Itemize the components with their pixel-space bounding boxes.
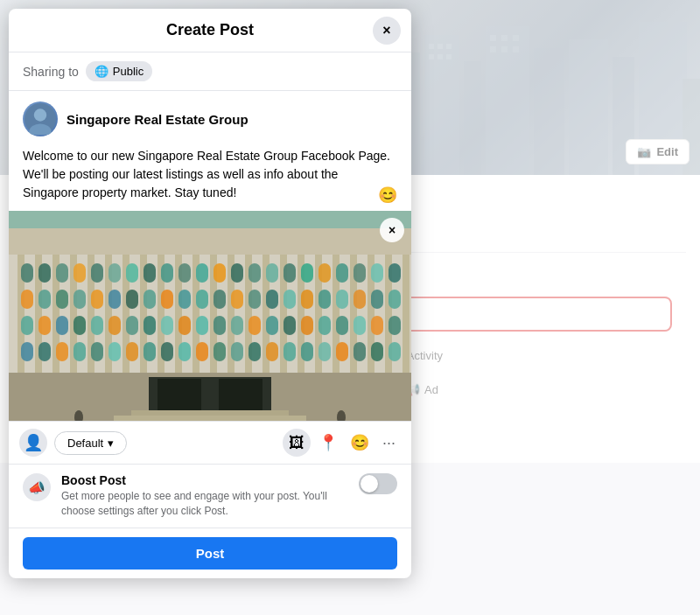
svg-rect-120 — [56, 342, 68, 361]
svg-rect-127 — [178, 342, 191, 361]
photo-video-button[interactable]: 🖼 — [283, 429, 311, 457]
modal-close-button[interactable]: × — [373, 17, 401, 45]
svg-rect-132 — [266, 342, 278, 361]
boost-description: Get more people to see and engage with y… — [61, 489, 348, 519]
svg-rect-61 — [178, 263, 191, 283]
svg-rect-69 — [318, 263, 331, 283]
boost-icon: 📣 — [23, 473, 51, 501]
svg-rect-72 — [371, 263, 383, 283]
svg-rect-113 — [318, 316, 331, 335]
svg-rect-100 — [91, 316, 103, 335]
svg-rect-145 — [114, 416, 306, 421]
svg-rect-79 — [108, 290, 121, 309]
svg-rect-75 — [38, 290, 51, 309]
post-text-area: Welcome to our new Singapore Real Estate… — [9, 140, 411, 211]
svg-rect-130 — [231, 342, 243, 361]
svg-rect-55 — [74, 263, 86, 283]
boost-title: Boost Post — [61, 473, 348, 487]
svg-rect-83 — [178, 290, 191, 309]
svg-rect-103 — [144, 316, 156, 335]
image-close-icon: × — [388, 223, 396, 237]
sharing-badge[interactable]: 🌐 Public — [86, 61, 152, 81]
location-icon: 📍 — [318, 433, 338, 452]
svg-rect-67 — [284, 263, 296, 283]
image-close-button[interactable]: × — [380, 218, 404, 242]
svg-rect-129 — [214, 342, 226, 361]
svg-rect-109 — [248, 316, 261, 335]
svg-rect-101 — [108, 316, 121, 335]
svg-rect-59 — [144, 263, 156, 283]
location-button[interactable]: 📍 — [314, 429, 342, 457]
svg-rect-115 — [354, 316, 366, 335]
image-container: × — [9, 211, 411, 421]
svg-rect-104 — [161, 316, 173, 335]
close-icon: × — [382, 23, 390, 38]
svg-rect-70 — [336, 263, 348, 283]
svg-rect-73 — [388, 263, 401, 283]
svg-rect-71 — [354, 263, 366, 283]
building-svg — [9, 211, 411, 421]
svg-rect-135 — [318, 342, 331, 361]
emoji-button[interactable]: 😊 — [378, 184, 397, 207]
sharing-badge-label: Public — [113, 65, 144, 78]
svg-rect-125 — [144, 342, 156, 361]
boost-section: 📣 Boost Post Get more people to see and … — [9, 464, 411, 528]
svg-rect-60 — [161, 263, 173, 283]
user-row: Singapore Real Estate Group — [9, 91, 411, 140]
audience-dropdown[interactable]: Default ▾ — [54, 431, 127, 455]
svg-rect-84 — [196, 290, 208, 309]
globe-icon: 🌐 — [94, 65, 108, 78]
post-button[interactable]: Post — [23, 537, 397, 570]
svg-rect-64 — [231, 263, 243, 283]
svg-rect-133 — [284, 342, 296, 361]
more-options-button[interactable]: ··· — [377, 430, 401, 456]
svg-rect-126 — [161, 342, 173, 361]
toolbar-icons-group: 🖼 📍 😊 ··· — [283, 429, 401, 457]
svg-rect-82 — [161, 290, 173, 309]
boost-toggle[interactable] — [359, 473, 397, 494]
svg-rect-114 — [336, 316, 348, 335]
svg-rect-107 — [214, 316, 226, 335]
svg-rect-98 — [56, 316, 68, 335]
svg-rect-54 — [56, 263, 68, 283]
svg-rect-91 — [318, 290, 331, 309]
svg-rect-92 — [336, 290, 348, 309]
svg-rect-66 — [266, 263, 278, 283]
svg-rect-136 — [336, 342, 348, 361]
svg-rect-128 — [196, 342, 208, 361]
svg-rect-78 — [91, 290, 103, 309]
chevron-down-icon: ▾ — [108, 437, 114, 450]
svg-rect-94 — [371, 290, 383, 309]
svg-rect-65 — [248, 263, 261, 283]
svg-rect-95 — [388, 290, 401, 309]
svg-rect-88 — [266, 290, 278, 309]
svg-rect-97 — [38, 316, 51, 335]
svg-rect-111 — [284, 316, 296, 335]
svg-rect-119 — [38, 342, 51, 361]
svg-rect-93 — [354, 290, 366, 309]
modal-footer: Post — [9, 528, 411, 578]
svg-rect-122 — [91, 342, 103, 361]
svg-rect-86 — [231, 290, 243, 309]
svg-rect-116 — [371, 316, 383, 335]
modal-toolbar: 👤 Default ▾ 🖼 📍 😊 ··· — [9, 421, 411, 464]
svg-rect-76 — [56, 290, 68, 309]
avatar-image — [24, 103, 56, 135]
svg-rect-90 — [301, 290, 313, 309]
toolbar-avatar-placeholder: 👤 — [24, 433, 43, 452]
user-avatar — [23, 101, 58, 136]
svg-rect-58 — [126, 263, 138, 283]
toggle-knob — [360, 475, 378, 493]
create-post-modal: Create Post × Sharing to 🌐 Public Singap… — [9, 9, 411, 578]
emoji-toolbar-button[interactable]: 😊 — [346, 429, 374, 457]
toolbar-avatar: 👤 — [19, 429, 47, 457]
svg-rect-112 — [301, 316, 313, 335]
svg-rect-144 — [131, 410, 289, 416]
emoji-toolbar-icon: 😊 — [350, 433, 369, 452]
svg-rect-105 — [178, 316, 191, 335]
svg-rect-106 — [196, 316, 208, 335]
svg-rect-53 — [38, 263, 51, 283]
svg-rect-118 — [21, 342, 33, 361]
modal-header: Create Post × — [9, 9, 411, 52]
boost-text-group: Boost Post Get more people to see and en… — [61, 473, 348, 519]
